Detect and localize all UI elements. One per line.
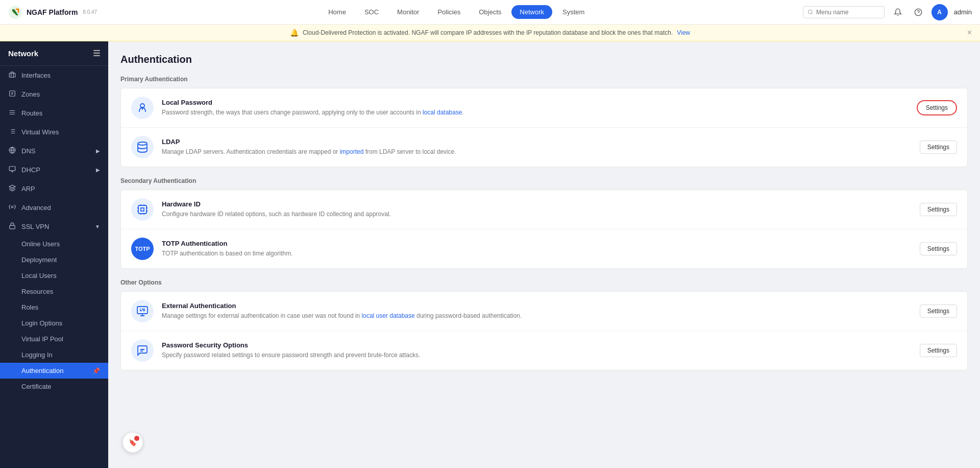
sidebar-sub-deployment[interactable]: Deployment bbox=[0, 252, 108, 268]
banner-text: Cloud-Delivered Protection is activated.… bbox=[303, 29, 673, 36]
dns-arrow-icon: ▶ bbox=[96, 148, 100, 154]
main-content: Authentication Primary Authentication Lo… bbox=[108, 41, 980, 468]
sidebar-item-arp[interactable]: ARP bbox=[0, 179, 108, 198]
totp-title: TOTP Authentication bbox=[162, 240, 912, 247]
svg-rect-7 bbox=[9, 167, 15, 171]
sidebar-item-advanced[interactable]: Advanced bbox=[0, 198, 108, 217]
nav-soc[interactable]: SOC bbox=[356, 5, 387, 19]
sidebar-sub-label: Deployment bbox=[21, 256, 57, 264]
banner-view-link[interactable]: View bbox=[677, 29, 690, 36]
sidebar-item-routes[interactable]: Routes bbox=[0, 104, 108, 123]
hardware-id-desc: Configure hardware ID related options, s… bbox=[162, 209, 912, 219]
sidebar-sub-label: Local Users bbox=[21, 272, 57, 279]
search-input[interactable] bbox=[816, 9, 880, 16]
hardware-id-settings-button[interactable]: Settings bbox=[920, 203, 957, 216]
sidebar-item-interfaces[interactable]: Interfaces bbox=[0, 66, 108, 85]
nav-home[interactable]: Home bbox=[320, 5, 354, 19]
sidebar-item-label: SSL VPN bbox=[21, 223, 49, 230]
nav-network[interactable]: Network bbox=[511, 5, 552, 19]
local-password-icon bbox=[136, 102, 149, 114]
external-auth-title: External Authentication bbox=[162, 302, 912, 310]
sidebar-item-zones[interactable]: Zones bbox=[0, 85, 108, 104]
avatar[interactable]: A bbox=[932, 4, 948, 20]
sidebar-item-virtual-wires[interactable]: Virtual Wires bbox=[0, 123, 108, 142]
interface-icon bbox=[8, 71, 16, 80]
ldap-title: LDAP bbox=[162, 138, 912, 146]
sidebar-sub-certificate[interactable]: Certificate bbox=[0, 379, 108, 394]
svg-rect-10 bbox=[10, 225, 15, 228]
password-security-desc: Specify password related settings to ens… bbox=[162, 350, 912, 360]
svg-rect-4 bbox=[9, 73, 15, 77]
dns-icon bbox=[8, 147, 16, 155]
auth-item-password-security: Password Security Options Specify passwo… bbox=[121, 331, 967, 370]
sidebar-item-label: Virtual Wires bbox=[21, 128, 59, 136]
nav-system[interactable]: System bbox=[554, 5, 593, 19]
primary-auth-section: Local Password Password strength, the wa… bbox=[120, 88, 968, 167]
nav-monitor[interactable]: Monitor bbox=[389, 5, 427, 19]
external-auth-settings-button[interactable]: Settings bbox=[920, 305, 957, 318]
password-security-icon bbox=[136, 344, 149, 357]
sidebar-item-label: DNS bbox=[21, 147, 35, 155]
nav-policies[interactable]: Policies bbox=[429, 5, 469, 19]
local-password-settings-button[interactable]: Settings bbox=[917, 100, 957, 115]
sidebar-item-label: DHCP bbox=[21, 166, 40, 174]
top-navigation: NGAF Platform 8.0.47 Home SOC Monitor Po… bbox=[0, 0, 980, 25]
sidebar: Network ☰ Interfaces Zones Routes bbox=[0, 41, 108, 468]
svg-rect-15 bbox=[137, 307, 148, 314]
arp-icon bbox=[8, 184, 16, 193]
fab-button[interactable]: 🔖 bbox=[122, 432, 143, 453]
totp-settings-button[interactable]: Settings bbox=[920, 242, 957, 255]
local-password-icon-wrap bbox=[131, 97, 154, 119]
search-icon bbox=[807, 9, 813, 15]
auth-item-ldap: LDAP Manage LDAP servers. Authentication… bbox=[121, 128, 967, 167]
local-password-desc: Password strength, the ways that users c… bbox=[162, 108, 909, 117]
sidebar-item-dns[interactable]: DNS ▶ bbox=[0, 142, 108, 160]
ldap-info: LDAP Manage LDAP servers. Authentication… bbox=[162, 138, 912, 156]
help-button[interactable] bbox=[911, 5, 925, 19]
svg-marker-8 bbox=[9, 185, 15, 188]
fab-dot bbox=[134, 436, 139, 441]
banner-close-button[interactable]: × bbox=[967, 28, 972, 37]
sidebar-sub-login-options[interactable]: Login Options bbox=[0, 315, 108, 331]
ldap-desc: Manage LDAP servers. Authentication cred… bbox=[162, 147, 912, 156]
password-security-title: Password Security Options bbox=[162, 341, 912, 349]
password-security-settings-button[interactable]: Settings bbox=[920, 344, 957, 357]
hardware-id-title: Hardware ID bbox=[162, 200, 912, 208]
totp-badge: TOTP bbox=[131, 238, 154, 260]
advanced-icon bbox=[8, 203, 16, 212]
sidebar-sub-logging-in[interactable]: Logging In bbox=[0, 347, 108, 363]
svg-point-9 bbox=[11, 206, 13, 208]
sidebar-header: Network ☰ bbox=[0, 41, 108, 66]
admin-label[interactable]: admin bbox=[954, 8, 972, 16]
ldap-settings-button[interactable]: Settings bbox=[920, 141, 957, 154]
sidebar-item-ssl-vpn[interactable]: SSL VPN ▼ bbox=[0, 217, 108, 236]
sidebar-sub-label: Virtual IP Pool bbox=[21, 335, 63, 343]
sidebar-sub-local-users[interactable]: Local Users bbox=[0, 268, 108, 284]
dhcp-icon bbox=[8, 166, 16, 174]
sidebar-sub-online-users[interactable]: Online Users bbox=[0, 236, 108, 252]
brand-version: 8.0.47 bbox=[83, 9, 97, 15]
other-options-label: Other Options bbox=[120, 279, 968, 286]
help-icon bbox=[914, 8, 922, 16]
svg-point-12 bbox=[138, 142, 147, 145]
password-security-info: Password Security Options Specify passwo… bbox=[162, 341, 912, 360]
password-security-icon-wrap bbox=[131, 339, 154, 362]
pin-icon: 📌 bbox=[92, 367, 100, 375]
sidebar-item-label: Zones bbox=[21, 90, 40, 98]
bell-icon bbox=[894, 8, 902, 16]
sidebar-sub-virtual-ip-pool[interactable]: Virtual IP Pool bbox=[0, 331, 108, 347]
svg-point-1 bbox=[808, 10, 812, 14]
sidebar-sub-authentication[interactable]: Authentication 📌 bbox=[0, 363, 108, 379]
svg-rect-14 bbox=[141, 208, 144, 211]
sidebar-sub-resources[interactable]: Resources bbox=[0, 284, 108, 299]
sidebar-item-label: ARP bbox=[21, 185, 35, 193]
sidebar-menu-icon[interactable]: ☰ bbox=[93, 49, 100, 58]
sidebar-sub-roles[interactable]: Roles bbox=[0, 299, 108, 315]
secondary-auth-label: Secondary Authentication bbox=[120, 177, 968, 184]
notification-bell-button[interactable] bbox=[891, 5, 905, 19]
nav-objects[interactable]: Objects bbox=[471, 5, 509, 19]
sidebar-item-dhcp[interactable]: DHCP ▶ bbox=[0, 160, 108, 179]
nav-items: Home SOC Monitor Policies Objects Networ… bbox=[110, 5, 803, 19]
search-box[interactable] bbox=[803, 6, 885, 18]
bell-icon: 🔔 bbox=[290, 29, 299, 37]
